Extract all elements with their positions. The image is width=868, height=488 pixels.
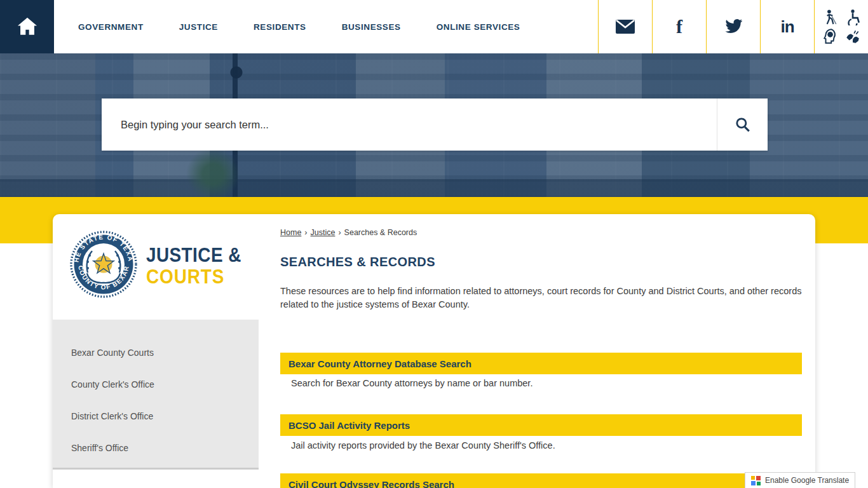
accessibility-icon-grid (822, 9, 861, 44)
breadcrumb-separator: › (338, 228, 341, 237)
page-title: SEARCHES & RECORDS (280, 255, 435, 269)
email-link[interactable] (598, 0, 652, 53)
section-title: Bexar County Attorney Database Search (288, 358, 471, 369)
sidebar-item-county-clerks-office[interactable]: County Clerk's Office (53, 369, 259, 400)
nav-item-government[interactable]: GOVERNMENT (78, 22, 144, 32)
linkedin-icon: in (780, 17, 794, 37)
nav-item-residents[interactable]: RESIDENTS (254, 22, 306, 32)
top-navigation-bar: GOVERNMENT JUSTICE RESIDENTS BUSINESSES … (0, 0, 868, 53)
bexar-county-seal-icon: THE STATE OF TEXAS COUNTY OF BEXAR (70, 231, 137, 298)
cognitive-access-icon[interactable] (822, 28, 838, 44)
section-attorney-database-search[interactable]: Bexar County Attorney Database Search (280, 353, 802, 374)
email-icon (615, 19, 635, 34)
wheelchair-access-icon[interactable] (844, 9, 861, 25)
accessibility-links (814, 0, 868, 53)
google-translate-icon (751, 476, 761, 485)
google-translate-label: Enable Google Translate (765, 476, 849, 485)
section-title: BCSO Jail Activity Reports (288, 420, 410, 431)
page-intro: These resources are to help find informa… (280, 285, 803, 311)
search-icon (735, 116, 751, 133)
enable-google-translate-button[interactable]: Enable Google Translate (745, 472, 855, 488)
facebook-link[interactable]: f (652, 0, 706, 53)
blind-access-icon[interactable] (822, 9, 838, 25)
site-search (102, 98, 768, 151)
breadcrumb-justice[interactable]: Justice (311, 228, 336, 237)
content-card: THE STATE OF TEXAS COUNTY OF BEXAR JUSTI… (53, 214, 815, 488)
nav-item-online-services[interactable]: ONLINE SERVICES (437, 22, 520, 32)
twitter-icon (724, 18, 743, 35)
sign-language-icon[interactable] (844, 28, 861, 44)
search-input[interactable] (102, 98, 717, 151)
breadcrumb: Home›Justice›Searches & Records (280, 228, 417, 237)
facebook-icon: f (676, 16, 682, 37)
nav-item-justice[interactable]: JUSTICE (179, 22, 218, 32)
sidebar-item-sheriffs-office[interactable]: Sheriff's Office (53, 432, 259, 464)
sidebar-item-bexar-county-courts[interactable]: Bexar County Courts (53, 337, 259, 369)
breadcrumb-current: Searches & Records (344, 228, 417, 237)
section-title: Civil Court Odyssey Records Search (288, 479, 454, 488)
search-button[interactable] (717, 98, 768, 151)
twitter-link[interactable] (706, 0, 760, 53)
department-name: JUSTICE & COURTS (146, 245, 241, 298)
breadcrumb-separator: › (304, 228, 307, 237)
section-bcso-jail-description: Jail activity reports provided by the Be… (291, 440, 799, 451)
social-links: f in (598, 0, 868, 53)
home-button[interactable] (0, 0, 54, 53)
linkedin-link[interactable]: in (760, 0, 814, 53)
nav-item-businesses[interactable]: BUSINESSES (342, 22, 401, 32)
main-nav: GOVERNMENT JUSTICE RESIDENTS BUSINESSES … (78, 0, 555, 53)
sidebar-item-district-clerks-office[interactable]: District Clerk's Office (53, 400, 259, 432)
breadcrumb-home[interactable]: Home (280, 228, 301, 237)
department-name-line2: COURTS (146, 266, 241, 288)
section-bcso-jail-activity[interactable]: BCSO Jail Activity Reports (280, 414, 802, 436)
section-attorney-database-description: Search for Bexar County attorneys by nam… (291, 378, 799, 388)
page: GOVERNMENT JUSTICE RESIDENTS BUSINESSES … (0, 0, 868, 488)
department-logo[interactable]: THE STATE OF TEXAS COUNTY OF BEXAR JUSTI… (70, 231, 252, 298)
home-icon (15, 15, 39, 39)
sidebar-menu: Bexar County Courts County Clerk's Offic… (53, 320, 259, 470)
department-name-line1: JUSTICE & (146, 245, 241, 266)
section-civil-court-odyssey[interactable]: Civil Court Odyssey Records Search (280, 473, 802, 488)
